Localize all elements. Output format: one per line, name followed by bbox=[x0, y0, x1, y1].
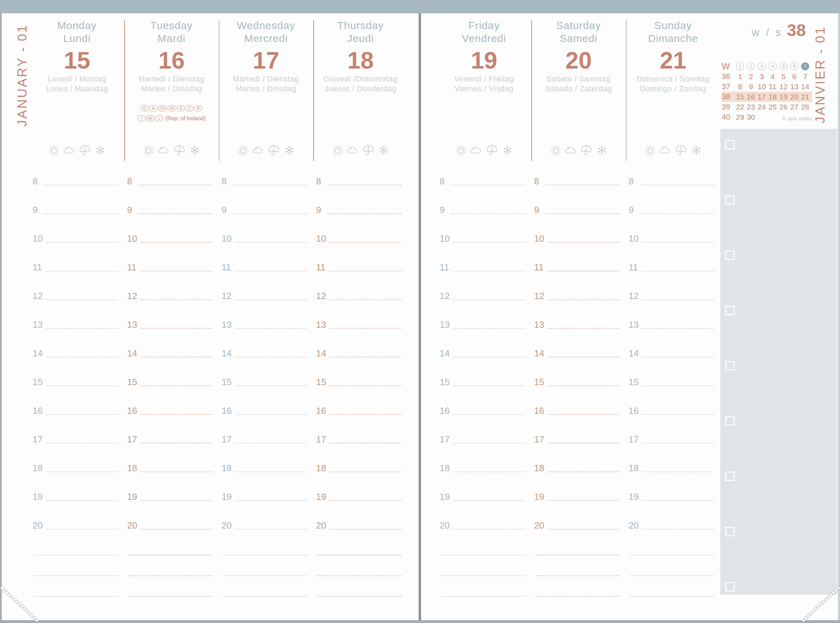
hour-writing-line[interactable] bbox=[452, 271, 525, 272]
mini-calendar-day[interactable]: 18 bbox=[767, 93, 778, 101]
mini-calendar-day[interactable]: 9 bbox=[746, 83, 756, 91]
hour-writing-line[interactable] bbox=[453, 385, 525, 386]
note-writing-line[interactable] bbox=[317, 596, 402, 597]
hour-writing-line[interactable] bbox=[548, 529, 620, 529]
hour-writing-line[interactable] bbox=[141, 242, 212, 243]
mini-calendar-day[interactable]: 16 bbox=[746, 93, 756, 101]
mini-calendar-day[interactable]: 23 bbox=[746, 103, 756, 111]
hour-writing-line[interactable] bbox=[330, 385, 402, 386]
hour-writing-line[interactable] bbox=[642, 242, 714, 243]
hour-writing-line[interactable] bbox=[640, 213, 714, 214]
note-writing-line[interactable] bbox=[441, 555, 525, 555]
hour-writing-line[interactable] bbox=[642, 357, 714, 358]
hour-writing-line[interactable] bbox=[46, 357, 118, 358]
hour-writing-line[interactable] bbox=[327, 185, 402, 186]
note-writing-line[interactable] bbox=[317, 575, 402, 576]
hour-writing-line[interactable] bbox=[46, 385, 118, 386]
hour-writing-line[interactable] bbox=[330, 529, 402, 529]
mini-calendar-day[interactable]: 30 bbox=[746, 113, 756, 121]
note-writing-line[interactable] bbox=[34, 555, 118, 555]
hour-writing-line[interactable] bbox=[235, 471, 307, 472]
hour-writing-line[interactable] bbox=[141, 299, 212, 300]
hour-writing-line[interactable] bbox=[548, 357, 620, 358]
mini-calendar-day[interactable]: 10 bbox=[756, 83, 767, 91]
hour-writing-line[interactable] bbox=[453, 414, 525, 415]
note-writing-line[interactable] bbox=[34, 575, 118, 576]
note-writing-line[interactable] bbox=[441, 575, 525, 576]
hour-writing-line[interactable] bbox=[548, 500, 620, 501]
hour-writing-line[interactable] bbox=[330, 471, 402, 472]
checkbox[interactable] bbox=[725, 361, 735, 370]
checkbox[interactable] bbox=[725, 140, 735, 149]
hour-writing-line[interactable] bbox=[330, 299, 402, 300]
hour-writing-line[interactable] bbox=[46, 299, 118, 300]
hour-writing-line[interactable] bbox=[453, 328, 525, 329]
hour-writing-line[interactable] bbox=[548, 443, 620, 443]
hour-writing-line[interactable] bbox=[44, 213, 118, 214]
hour-writing-line[interactable] bbox=[330, 414, 402, 415]
checkbox[interactable] bbox=[725, 471, 735, 481]
hour-writing-line[interactable] bbox=[44, 185, 118, 186]
hour-writing-line[interactable] bbox=[138, 213, 212, 214]
mini-calendar-day[interactable]: 17 bbox=[756, 93, 767, 101]
hour-writing-line[interactable] bbox=[642, 529, 714, 529]
mini-calendar-day[interactable]: 13 bbox=[789, 83, 800, 91]
hour-writing-line[interactable] bbox=[642, 471, 714, 472]
mini-calendar-day[interactable]: 26 bbox=[778, 103, 789, 111]
hour-writing-line[interactable] bbox=[46, 328, 118, 329]
hour-writing-line[interactable] bbox=[235, 328, 307, 329]
mini-calendar-day[interactable]: 8 bbox=[735, 83, 746, 91]
hour-writing-line[interactable] bbox=[330, 242, 402, 243]
mini-calendar-day[interactable]: 25 bbox=[767, 103, 778, 111]
hour-writing-line[interactable] bbox=[330, 328, 402, 329]
hour-writing-line[interactable] bbox=[233, 185, 307, 186]
hour-writing-line[interactable] bbox=[235, 385, 307, 386]
note-writing-line[interactable] bbox=[535, 596, 620, 597]
hour-writing-line[interactable] bbox=[330, 357, 402, 358]
hour-writing-line[interactable] bbox=[453, 471, 525, 472]
hour-writing-line[interactable] bbox=[46, 443, 118, 443]
hour-writing-line[interactable] bbox=[235, 299, 307, 300]
hour-writing-line[interactable] bbox=[235, 443, 307, 443]
checkbox[interactable] bbox=[725, 250, 735, 260]
note-writing-line[interactable] bbox=[223, 575, 307, 576]
note-writing-line[interactable] bbox=[535, 555, 620, 555]
hour-writing-line[interactable] bbox=[545, 213, 620, 214]
hour-writing-line[interactable] bbox=[46, 271, 118, 272]
hour-writing-line[interactable] bbox=[545, 185, 620, 186]
hour-writing-line[interactable] bbox=[233, 213, 307, 214]
hour-writing-line[interactable] bbox=[46, 471, 118, 472]
hour-writing-line[interactable] bbox=[548, 385, 620, 386]
hour-writing-line[interactable] bbox=[140, 271, 212, 272]
hour-writing-line[interactable] bbox=[453, 500, 525, 501]
checkbox[interactable] bbox=[725, 195, 735, 205]
hour-writing-line[interactable] bbox=[453, 357, 525, 358]
mini-calendar-day[interactable]: 20 bbox=[789, 93, 800, 101]
mini-calendar-day[interactable]: 1 bbox=[735, 72, 746, 81]
checkbox[interactable] bbox=[725, 582, 735, 592]
mini-calendar-day[interactable]: 27 bbox=[789, 103, 800, 111]
note-writing-line[interactable] bbox=[128, 575, 212, 576]
mini-calendar-day[interactable]: 29 bbox=[735, 113, 746, 121]
checkbox[interactable] bbox=[725, 416, 735, 426]
mini-calendar-day[interactable]: 7 bbox=[800, 72, 811, 81]
hour-writing-line[interactable] bbox=[141, 328, 212, 329]
note-writing-line[interactable] bbox=[223, 596, 307, 597]
hour-writing-line[interactable] bbox=[141, 443, 212, 443]
hour-writing-line[interactable] bbox=[642, 328, 714, 329]
note-writing-line[interactable] bbox=[317, 555, 402, 555]
mini-calendar-day[interactable]: 15 bbox=[735, 93, 746, 101]
mini-calendar-day[interactable]: 12 bbox=[778, 83, 789, 91]
mini-calendar-day[interactable]: 4 bbox=[767, 72, 778, 81]
checkbox[interactable] bbox=[725, 306, 735, 315]
hour-writing-line[interactable] bbox=[235, 414, 307, 415]
hour-writing-line[interactable] bbox=[235, 529, 307, 529]
mini-calendar-day[interactable]: 11 bbox=[767, 83, 778, 91]
hour-writing-line[interactable] bbox=[46, 242, 118, 243]
hour-writing-line[interactable] bbox=[234, 271, 307, 272]
mini-calendar-day[interactable]: 5 bbox=[778, 72, 789, 81]
mini-calendar-day[interactable]: 28 bbox=[800, 103, 811, 111]
hour-writing-line[interactable] bbox=[141, 414, 212, 415]
hour-writing-line[interactable] bbox=[46, 529, 118, 529]
hour-writing-line[interactable] bbox=[453, 529, 525, 529]
